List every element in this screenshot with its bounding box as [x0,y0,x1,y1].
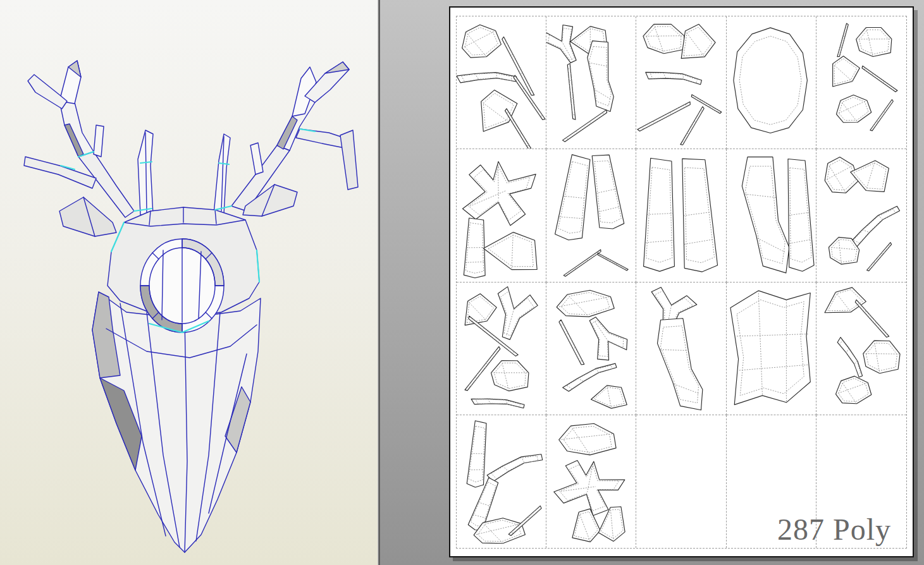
tall-piece[interactable] [788,159,814,272]
pattern-pieces-r3c4[interactable] [727,282,816,415]
pattern-cell-r4c2[interactable] [546,415,636,548]
strip-piece[interactable] [563,110,607,142]
pattern-pieces-r2c4[interactable] [727,149,816,281]
pattern-cell-r2c1[interactable] [457,149,546,282]
tall-piece[interactable] [467,421,486,487]
blob-piece[interactable] [559,423,616,455]
wedge-piece[interactable] [850,161,889,191]
pattern-cell-r2c4[interactable] [727,149,816,282]
blob-piece[interactable] [643,24,684,53]
blob-piece[interactable] [856,27,892,56]
blob-piece[interactable] [491,360,529,391]
prong-piece[interactable] [498,286,538,339]
pattern-cell-r2c3[interactable] [636,149,726,282]
strip-piece[interactable] [559,320,584,365]
pattern-page: 287 Poly [449,6,914,557]
pattern-cell-r1c5[interactable] [816,16,906,149]
strip-piece[interactable] [870,100,893,131]
pattern-pieces-r1c1[interactable] [457,16,546,149]
pattern-cell-r3c5[interactable] [816,282,906,415]
pattern-pieces-r3c3[interactable] [636,282,725,415]
wedge-piece[interactable] [682,24,716,58]
pattern-pieces-r2c3[interactable] [636,149,725,281]
boot-piece[interactable] [588,41,613,112]
blob-piece[interactable] [863,340,900,373]
tall-piece[interactable] [464,218,485,278]
boot-piece[interactable] [658,318,703,410]
strip-piece[interactable] [855,300,889,337]
pattern-pieces-r1c2[interactable] [546,16,636,149]
elbow-piece[interactable] [646,72,702,84]
pattern-cell-r1c2[interactable] [546,16,636,149]
strip-piece[interactable] [505,109,531,149]
strip-piece[interactable] [862,66,897,92]
strip-piece[interactable] [598,253,628,271]
pattern-pieces-r2c1[interactable] [457,149,546,281]
wedge-piece[interactable] [483,233,537,270]
blob-piece[interactable] [557,290,614,317]
wedge-piece[interactable] [832,56,859,87]
pattern-pieces-r4c2[interactable] [546,415,636,548]
strip-piece[interactable] [564,250,601,276]
wedge-piece[interactable] [465,293,496,325]
pattern-pieces-r3c2[interactable] [546,282,636,415]
strip-piece[interactable] [567,63,576,119]
zigzag-piece[interactable] [730,290,810,404]
blob-piece[interactable] [836,95,871,123]
strip-piece[interactable] [638,102,690,131]
pattern-pieces-r1c5[interactable] [816,16,906,149]
blob-piece[interactable] [835,376,871,404]
pattern-pieces-r3c1[interactable] [457,282,546,415]
pattern-pieces-r1c3[interactable] [636,16,725,149]
oval-piece[interactable] [733,28,807,133]
papercraft-app-window: 287 Poly [0,0,924,565]
poly-count-label: 287 Poly [777,514,891,545]
elbow-piece[interactable] [487,454,543,482]
pattern-cell-r3c2[interactable] [546,282,636,415]
pattern-cell-r2c5[interactable] [816,149,906,282]
pattern-cell-r4c3[interactable] [636,415,726,548]
strip-piece[interactable] [866,243,891,271]
pattern-cell-r4c1[interactable] [457,415,546,548]
tall-piece[interactable] [682,159,718,272]
pattern-layout-panel[interactable]: 287 Poly [380,0,924,565]
blob-piece[interactable] [462,25,502,58]
wedge-piece[interactable] [825,287,866,312]
tall-piece[interactable] [644,159,675,272]
pattern-pieces-r4c3[interactable] [636,415,725,548]
prong-piece[interactable] [589,317,627,360]
boot-piece[interactable] [742,157,789,273]
elbow-piece[interactable] [471,399,524,408]
strip-piece[interactable] [514,75,545,119]
elbow-piece[interactable] [457,73,517,83]
elbow-piece[interactable] [837,337,862,377]
pattern-pieces-r1c4[interactable] [727,16,816,149]
wedge-piece[interactable] [481,90,517,131]
pattern-cell-r3c4[interactable] [727,282,816,415]
pattern-cell-r1c4[interactable] [727,16,816,149]
pattern-grid [456,16,907,549]
strip-piece[interactable] [681,107,704,145]
tall-piece[interactable] [555,155,590,240]
strip-piece[interactable] [692,95,722,114]
star-piece[interactable] [462,162,536,226]
tall-piece[interactable] [592,155,624,229]
strip-piece[interactable] [508,506,541,535]
pattern-pieces-r4c1[interactable] [457,415,546,548]
wedge-piece[interactable] [591,385,627,408]
strip-piece[interactable] [502,37,534,95]
pattern-pieces-r3c5[interactable] [816,282,906,415]
pattern-cell-r2c2[interactable] [546,149,636,282]
strip-piece[interactable] [837,23,848,57]
pattern-cell-r1c1[interactable] [457,16,546,149]
pattern-cell-r3c1[interactable] [457,282,546,415]
3d-viewport[interactable] [0,0,378,565]
prong-piece[interactable] [546,25,576,63]
pattern-pieces-r2c5[interactable] [816,149,906,281]
pattern-cell-r1c3[interactable] [636,16,726,149]
pattern-pieces-r2c2[interactable] [546,149,636,281]
pattern-cell-r3c3[interactable] [636,282,726,415]
deer-left-ear [59,197,116,236]
elbow-piece[interactable] [849,207,899,247]
deer-model-drawing [0,0,378,565]
